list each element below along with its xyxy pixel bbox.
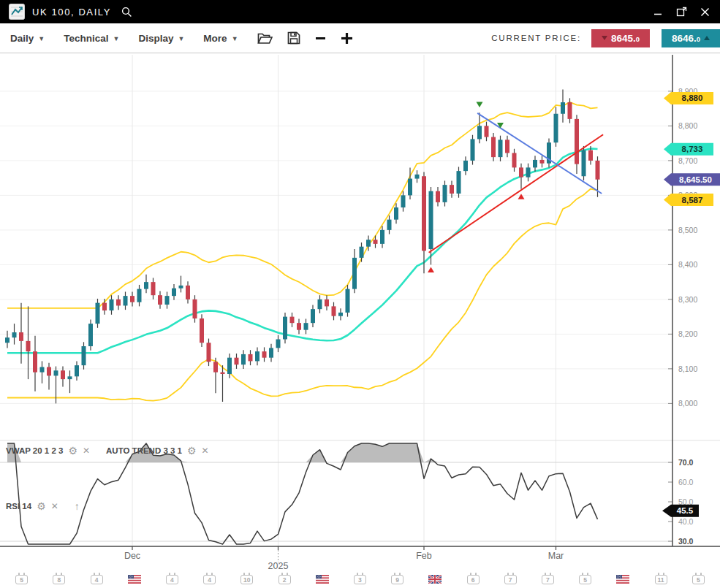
rsi-move-up-icon[interactable]: ↑ [75, 500, 80, 512]
axis-badge: 8,645.50 [664, 173, 720, 186]
calendar-event-icon[interactable]: 10 [240, 575, 253, 584]
us-flag-icon [316, 575, 329, 584]
rsi-remove-icon[interactable]: ✕ [51, 501, 58, 511]
calendar-event-icon[interactable]: 5 [692, 575, 705, 584]
candlesticks [5, 90, 600, 404]
sell-signal-icon [477, 102, 483, 107]
rsi-settings-gear-icon[interactable]: ⚙ [37, 500, 46, 512]
svg-text:8,733: 8,733 [682, 145, 703, 153]
menu-timeframe[interactable]: Daily ▼ [10, 33, 45, 44]
uk-flag-event-icon[interactable] [428, 573, 442, 587]
search-icon[interactable] [121, 7, 132, 18]
rsi-tick-label: 70.0 [678, 458, 694, 467]
axis-badge: 8,880 [664, 92, 713, 104]
close-button[interactable] [698, 5, 711, 18]
time-axis-label: 2025 [268, 561, 289, 571]
svg-text:8,587: 8,587 [682, 196, 703, 205]
current-price-label: CURRENT PRICE: [491, 34, 581, 42]
buy-signal-icon [518, 194, 525, 199]
menu-display-label: Display [138, 33, 173, 44]
calendar-event-icon[interactable]: 2 [278, 575, 291, 584]
chevron-down-icon: ▼ [113, 35, 119, 42]
rsi-tick-label: 30.0 [678, 537, 694, 546]
zoom-out-icon[interactable] [315, 33, 326, 44]
axis-badge: 45.5 [662, 505, 699, 517]
auto-trend-remove-icon[interactable]: ✕ [202, 446, 209, 456]
open-folder-icon[interactable] [257, 32, 273, 45]
time-axis-label: Dec [124, 551, 140, 561]
auto-trend-settings-gear-icon[interactable]: ⚙ [187, 445, 197, 457]
chart-area[interactable]: 8,9008,8008,7008,6008,5008,4008,3008,200… [0, 53, 720, 588]
calendar-event-icon[interactable]: 11 [655, 575, 667, 584]
svg-text:8,880: 8,880 [682, 93, 703, 102]
chart-toolbar: Daily ▼ Technical ▼ Display ▼ More ▼ [0, 23, 720, 53]
menu-display[interactable]: Display ▼ [138, 33, 184, 44]
save-icon[interactable] [287, 31, 300, 45]
app-logo-chart-icon [9, 4, 25, 20]
price-tick-label: 8,200 [678, 329, 697, 338]
us-flag-event-icon[interactable] [128, 573, 141, 587]
calendar-event-icon[interactable]: 4 [203, 575, 216, 584]
calendar-event-icon[interactable]: 3 [354, 575, 366, 584]
instrument-title: UK 100, DAILY [32, 7, 111, 18]
calendar-event-icon[interactable]: 4 [166, 575, 178, 584]
economic-events-row: 58444102396775115 [0, 571, 720, 588]
title-bar: UK 100, DAILY [0, 0, 720, 23]
sell-signal-icon [497, 123, 504, 129]
axis-badge: 8,733 [664, 143, 713, 156]
uk-flag-icon [428, 575, 442, 584]
price-up-arrow-icon [704, 36, 710, 40]
rsi-indicator-label: RSI 14 [6, 502, 31, 511]
svg-text:8,645.50: 8,645.50 [679, 175, 712, 184]
us-flag-icon [616, 575, 629, 584]
us-flag-icon [128, 575, 141, 584]
us-flag-event-icon[interactable] [616, 573, 629, 587]
calendar-event-icon[interactable]: 6 [467, 575, 480, 584]
menu-timeframe-label: Daily [10, 33, 34, 44]
price-tick-label: 8,800 [678, 121, 697, 130]
calendar-event-icon[interactable]: 8 [53, 575, 65, 584]
price-tick-label: 8,300 [678, 295, 697, 304]
us-flag-event-icon[interactable] [316, 573, 329, 587]
chevron-down-icon: ▼ [38, 35, 45, 42]
price-tick-label: 8,100 [678, 364, 697, 373]
buy-price-button[interactable]: 8646.0 [662, 29, 720, 47]
buy-signal-icon [428, 267, 434, 273]
menu-technical-label: Technical [64, 33, 108, 44]
popout-window-button[interactable] [675, 5, 688, 18]
price-tick-label: 8,400 [678, 260, 697, 269]
calendar-event-icon[interactable]: 5 [579, 575, 591, 584]
menu-technical[interactable]: Technical ▼ [64, 33, 119, 44]
minimize-button[interactable] [651, 5, 664, 18]
calendar-event-icon[interactable]: 9 [391, 575, 403, 584]
time-axis-label: Feb [416, 551, 432, 561]
indicator-legend-row: VWAP 20 1 2 3 ⚙ ✕ AUTO TREND 3 3 1 ⚙ ✕ [6, 445, 209, 457]
calendar-event-icon[interactable]: 7 [542, 575, 554, 584]
axis-badge: 8,587 [664, 194, 713, 206]
chevron-down-icon: ▼ [178, 35, 184, 42]
price-down-arrow-icon [602, 36, 607, 40]
calendar-event-icon[interactable]: 5 [15, 575, 28, 584]
price-tick-label: 8,700 [678, 156, 697, 165]
rsi-tick-label: 40.0 [678, 517, 694, 526]
price-tick-label: 8,000 [678, 399, 697, 408]
rsi-legend-row: RSI 14 ⚙ ✕ ↑ [6, 500, 80, 512]
chevron-down-icon: ▼ [232, 35, 238, 42]
menu-more-label: More [203, 33, 227, 44]
sell-price-button[interactable]: 8645.0 [591, 29, 650, 47]
svg-text:45.5: 45.5 [677, 506, 694, 515]
calendar-event-icon[interactable]: 7 [504, 575, 517, 584]
zoom-in-icon[interactable] [341, 32, 353, 45]
vwap-settings-gear-icon[interactable]: ⚙ [68, 445, 77, 457]
price-tick-label: 8,500 [678, 226, 697, 234]
menu-more[interactable]: More ▼ [203, 33, 238, 44]
time-axis-label: Mar [548, 551, 564, 561]
vwap-remove-icon[interactable]: ✕ [83, 446, 90, 456]
rsi-tick-label: 60.0 [678, 478, 694, 486]
price-chart-canvas[interactable]: 8,9008,8008,7008,6008,5008,4008,3008,200… [0, 53, 720, 588]
calendar-event-icon[interactable]: 4 [91, 575, 103, 584]
auto-trend-indicator-label: AUTO TREND 3 3 1 [106, 446, 182, 455]
vwap-indicator-label: VWAP 20 1 2 3 [6, 446, 63, 455]
